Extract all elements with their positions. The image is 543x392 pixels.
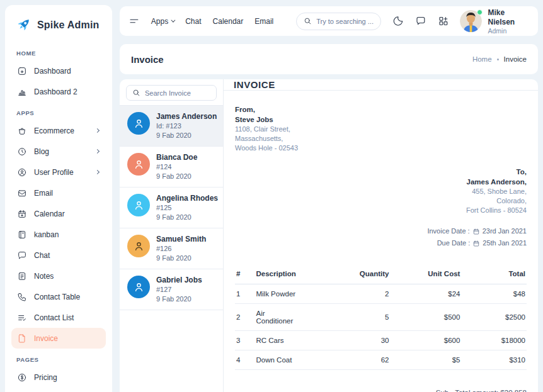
invoice-to-block: To, James Anderson, 455, Shobe Lane, Col…	[235, 167, 527, 215]
avatar	[460, 10, 482, 32]
chevron-right-icon	[95, 170, 100, 174]
sidebar-item-ecommerce[interactable]: Ecommerce	[11, 120, 106, 141]
apps-grid-icon[interactable]	[438, 15, 449, 27]
sidebar-item-user-profile[interactable]: User Profile	[11, 162, 106, 182]
col-header-description: Description	[254, 266, 297, 284]
breadcrumb-bar: Invoice Home Invoice	[120, 44, 538, 74]
nav-apps[interactable]: Apps	[151, 17, 174, 26]
chevron-right-icon	[95, 128, 100, 133]
sidebar-item-contact-list[interactable]: Contact List	[11, 307, 106, 328]
invoice-date-value: 23rd Jan 2021	[483, 225, 527, 237]
to-label: To,	[235, 167, 527, 177]
menu-icon[interactable]	[129, 15, 140, 27]
sidebar-item-kanban[interactable]: kanban	[11, 224, 106, 245]
chat-bubble-icon	[17, 250, 27, 260]
topbar: Apps Chat Calendar Email Mike Nielsen Ad…	[120, 6, 538, 36]
table-row: 4 Down Coat 62 $5 $310	[235, 350, 527, 370]
invoice-totals: Sub - Total amount: $20,858 vat (10%) : …	[235, 386, 527, 392]
invoice-customer-name: Samuel Smith	[156, 235, 206, 244]
from-name: Steve Jobs	[235, 115, 527, 125]
invoice-date: 9 Fab 2020	[156, 213, 218, 222]
invoice-file-icon	[17, 333, 27, 344]
invoice-customer-name: James Anderson	[156, 112, 217, 121]
invoice-search[interactable]	[126, 85, 217, 101]
user-avatar-icon	[127, 235, 150, 257]
invoice-list-item[interactable]: Samuel Smith #126 9 Fab 2020	[120, 228, 223, 269]
invoice-list-item[interactable]: Angelina Rhodes #125 9 Fab 2020	[120, 188, 223, 228]
user-avatar-icon	[127, 276, 150, 298]
calendar-icon	[17, 209, 27, 219]
sidebar: Spike Admin HOME Dashboard Dashboard 2 A…	[5, 5, 112, 392]
sidebar-item-dashboard[interactable]: Dashboard	[11, 60, 106, 81]
table-header-row: # Description Quantity Unit Cost Total	[235, 266, 527, 284]
clock-icon	[17, 147, 27, 157]
col-header-number: #	[235, 266, 254, 284]
search-icon	[132, 89, 140, 97]
user-circle-icon	[17, 167, 27, 177]
user-info: Mike Nielsen Admin	[488, 8, 529, 35]
calendar-icon	[472, 240, 480, 247]
invoice-customer-name: Angelina Rhodes	[156, 194, 218, 203]
to-address-line: Fort Collins - 80524	[235, 206, 527, 215]
nav-chat[interactable]: Chat	[185, 17, 201, 26]
user-avatar-icon	[127, 153, 150, 176]
brand[interactable]: Spike Admin	[11, 14, 106, 42]
invoice-detail-title: INVOICE	[224, 79, 538, 91]
breadcrumb-home-link[interactable]: Home	[472, 55, 492, 63]
invoice-list-item[interactable]: Bianca Doe #124 9 Fab 2020	[120, 147, 223, 188]
sidebar-item-notes[interactable]: Notes	[11, 266, 106, 286]
table-row: 1 Milk Powder 2 $24 $48	[235, 284, 527, 304]
sidebar-item-pricing[interactable]: Pricing	[11, 367, 106, 388]
chevron-right-icon	[95, 149, 100, 154]
nav-email[interactable]: Email	[254, 17, 273, 26]
online-status-dot	[477, 9, 483, 15]
sidebar-item-email[interactable]: Email	[11, 182, 106, 203]
nav-calendar[interactable]: Calendar	[213, 17, 244, 26]
sidebar-item-blog[interactable]: Blog	[11, 141, 106, 162]
dollar-circle-icon	[17, 372, 27, 383]
invoice-search-input[interactable]	[145, 89, 210, 97]
user-avatar-icon	[127, 112, 150, 135]
invoice-search-area	[120, 79, 223, 106]
notebook-icon	[17, 230, 27, 240]
sidebar-item-chat[interactable]: Chat	[11, 245, 106, 266]
invoice-detail-body: From, Steve Jobs 1108, Clair Street, Mas…	[224, 91, 538, 392]
user-avatar-icon	[127, 194, 150, 216]
due-date-line: Due Date : 25th Jan 2021	[235, 237, 527, 249]
to-address-line: Colorado,	[235, 196, 527, 206]
invoice-date: 9 Fab 2020	[156, 294, 202, 304]
dashboard-icon	[17, 66, 27, 76]
search-icon	[304, 17, 312, 25]
user-menu[interactable]: Mike Nielsen Admin	[460, 8, 529, 35]
invoice-id: #127	[156, 285, 202, 294]
section-label-apps: APPS	[11, 102, 106, 120]
invoice-items-table: # Description Quantity Unit Cost Total 1…	[235, 266, 527, 370]
sidebar-item-contact-table[interactable]: Contact Table	[11, 286, 106, 307]
subtotal-line: Sub - Total amount: $20,858	[235, 386, 527, 392]
moon-icon[interactable]	[392, 15, 404, 27]
sidebar-item-dashboard-2[interactable]: Dashboard 2	[11, 81, 106, 102]
invoice-id: #124	[156, 162, 197, 172]
invoice-list-item[interactable]: James Anderson Id: #123 9 Fab 2020	[120, 106, 223, 147]
invoice-id: #125	[156, 203, 218, 213]
notes-icon	[17, 271, 27, 281]
invoice-list-panel: James Anderson Id: #123 9 Fab 2020 Bianc…	[120, 79, 224, 392]
sidebar-item-calendar[interactable]: Calendar	[11, 203, 106, 224]
phone-icon	[17, 292, 27, 302]
breadcrumb-separator	[497, 59, 499, 60]
page-title: Invoice	[131, 54, 164, 65]
to-address-line: 455, Shobe Lane,	[235, 187, 527, 196]
invoice-customer-name: Gabriel Jobs	[156, 276, 202, 285]
invoice-list-item[interactable]: Gabriel Jobs #127 9 Fab 2020	[120, 269, 223, 310]
sidebar-item-invoice[interactable]: Invoice	[11, 328, 106, 349]
brand-name: Spike Admin	[37, 20, 100, 31]
invoice-date-line: Invoice Date : 23rd Jan 2021	[235, 225, 527, 237]
breadcrumb: Home Invoice	[472, 55, 527, 63]
invoice-page-card: James Anderson Id: #123 9 Fab 2020 Bianc…	[120, 79, 538, 392]
invoice-from-block: From, Steve Jobs 1108, Clair Street, Mas…	[235, 104, 527, 153]
message-icon[interactable]	[415, 15, 426, 27]
invoice-date: 9 Fab 2020	[156, 172, 197, 181]
global-search[interactable]	[296, 13, 381, 30]
due-date-value: 25th Jan 2021	[483, 237, 527, 249]
global-search-input[interactable]	[316, 18, 374, 25]
